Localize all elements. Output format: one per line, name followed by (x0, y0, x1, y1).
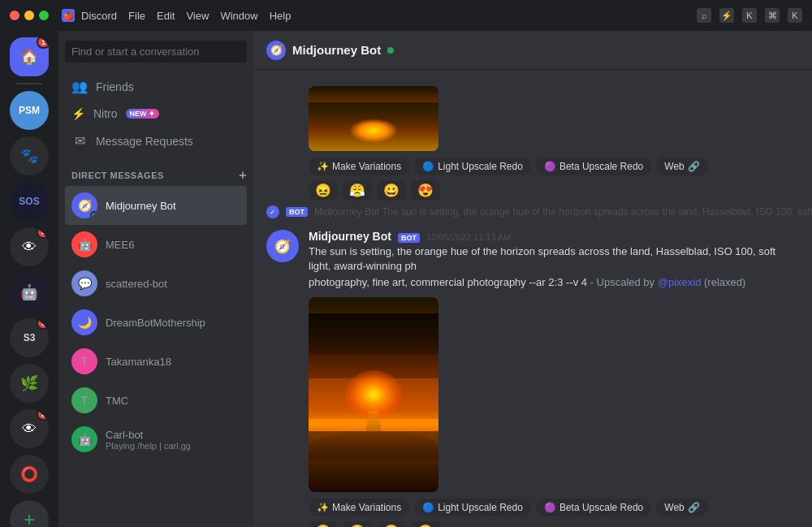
light-upscale-btn-1[interactable]: 🔵 Light Upscale Redo (414, 158, 531, 175)
server-s3[interactable]: S3 3 (10, 318, 49, 357)
msg1-action-buttons: ✨ Make Variations 🔵 Light Upscale Redo 🟣… (309, 158, 799, 175)
emoji-heart-eyes-3[interactable]: 😍 (411, 521, 440, 527)
dreambot-name-wrapper: DreamBotMothership (106, 317, 205, 329)
tmc-name: TMC (106, 395, 128, 407)
chat-header-avatar: 🧭 (266, 41, 286, 60)
dm-sidebar: 👥 Friends ⚡ Nitro NEW ✦ ✉ Message Reques… (58, 31, 253, 527)
emoji-rage-3[interactable]: 😤 (343, 521, 372, 527)
msg3-timestamp: 12/05/2022 11:13 AM (426, 232, 512, 242)
maximize-button[interactable] (39, 11, 49, 20)
dm-section-title: DIRECT MESSAGES (71, 171, 164, 180)
takamanka-name: Takamanka18 (106, 356, 171, 368)
server-psm[interactable]: PSM (10, 91, 49, 130)
light-upscale-btn-3[interactable]: 🔵 Light Upscale Redo (414, 499, 531, 516)
dm-item-tmc[interactable]: T TMC (65, 381, 247, 420)
takamanka-avatar: T (71, 348, 97, 374)
make-variations-btn-3[interactable]: ✨ Make Variations (309, 499, 409, 516)
nav-nitro[interactable]: ⚡ Nitro NEW ✦ (65, 101, 247, 127)
system-message: ✓ BOT Midjourney Bot The sun is setting,… (253, 204, 812, 220)
online-status-dot (387, 47, 394, 54)
midjourney-name: Midjourney Bot (106, 200, 176, 212)
emoji-heart-eyes-1[interactable]: 😍 (411, 180, 440, 201)
nav-friends[interactable]: 👥 Friends (65, 72, 247, 101)
eye2-badge: 2 (37, 409, 49, 421)
dm-nav: 👥 Friends ⚡ Nitro NEW ✦ ✉ Message Reques… (58, 72, 253, 155)
server-leaf[interactable]: 🌿 (10, 364, 49, 403)
msg3-image (309, 297, 438, 492)
dm-item-mee6[interactable]: 🤖 MEE6 (65, 225, 247, 264)
close-button[interactable] (10, 11, 19, 20)
menu-discord[interactable]: Discord (81, 10, 117, 22)
make-variations-label-3: Make Variations (332, 502, 401, 513)
midjourney-avatar: 🧭 (71, 192, 97, 218)
takamanka-name-wrapper: Takamanka18 (106, 356, 171, 368)
msg3-header: Midjourney Bot BOT 12/05/2022 11:13 AM (309, 230, 799, 243)
menu-help[interactable]: Help (270, 10, 292, 22)
server-sos[interactable]: SOS (10, 182, 49, 221)
arrow-icon[interactable]: ⚡ (719, 8, 734, 23)
k2-icon[interactable]: K (788, 8, 802, 23)
server-home[interactable]: 🏠 1 (10, 37, 49, 76)
search-icon[interactable]: ⌕ (697, 8, 711, 23)
nav-message-requests[interactable]: ✉ Message Requests (65, 127, 247, 155)
emoji-rage-1[interactable]: 😤 (343, 180, 372, 201)
system-text: Midjourney Bot The sun is setting, the o… (314, 206, 812, 218)
menu-window[interactable]: Window (220, 10, 257, 22)
message-group-1: ✨ Make Variations 🔵 Light Upscale Redo 🟣… (253, 83, 812, 204)
minimize-button[interactable] (24, 11, 34, 20)
dm-list: 🧭 Midjourney Bot 🤖 MEE6 💬 scattered-bot (58, 186, 253, 527)
emoji-frustrated-1[interactable]: 😖 (309, 180, 338, 201)
msg1-image (309, 86, 438, 151)
message-requests-icon: ✉ (71, 133, 88, 149)
blue-dot-icon-1: 🔵 (422, 161, 434, 172)
server-animal[interactable]: 🐾 (10, 136, 49, 175)
sunset-glow-1 (349, 119, 398, 143)
emoji-frustrated-3[interactable]: 😖 (309, 521, 338, 527)
cmd-icon[interactable]: ⌘ (765, 8, 780, 23)
menu-edit[interactable]: Edit (157, 10, 175, 22)
apple-icon: 🍎 (62, 9, 75, 22)
scattered-name-wrapper: scattered-bot (106, 278, 167, 290)
friends-icon: 👥 (71, 79, 88, 94)
purple-dot-icon-1: 🟣 (544, 161, 556, 172)
relaxed-text: (relaxed) (704, 276, 745, 288)
search-input[interactable] (65, 41, 247, 63)
add-server-button[interactable]: + (10, 500, 49, 527)
add-dm-icon[interactable]: + (239, 168, 247, 183)
purple-dot-icon-3: 🟣 (544, 502, 556, 513)
carlbot-avatar: 🤖 (71, 426, 97, 452)
web-btn-1[interactable]: Web 🔗 (656, 158, 707, 175)
beta-upscale-label-3: Beta Upscale Redo (559, 502, 643, 513)
discord-logo: 🏠 (20, 48, 38, 66)
emoji-smile-1[interactable]: 😀 (377, 180, 406, 201)
dm-item-scattered[interactable]: 💬 scattered-bot (65, 264, 247, 303)
mee6-avatar: 🤖 (71, 231, 97, 257)
beta-upscale-btn-1[interactable]: 🟣 Beta Upscale Redo (536, 158, 651, 175)
mee6-name-wrapper: MEE6 (106, 239, 134, 251)
dm-section-header: DIRECT MESSAGES + (58, 155, 253, 186)
web-btn-3[interactable]: Web 🔗 (656, 499, 707, 516)
dm-item-carlbot[interactable]: 🤖 Carl-bot Playing /help | carl.gg (65, 420, 247, 459)
msg1-emoji-row: 😖 😤 😀 😍 (309, 180, 799, 201)
beta-upscale-btn-3[interactable]: 🟣 Beta Upscale Redo (536, 499, 651, 516)
dm-item-dreambot[interactable]: 🌙 DreamBotMothership (65, 303, 247, 342)
tmc-name-wrapper: TMC (106, 395, 128, 407)
msg3-text: The sun is setting, the orange hue of th… (309, 244, 799, 274)
emoji-smile-3[interactable]: 😀 (377, 521, 406, 527)
server-eye2[interactable]: 👁 2 (10, 409, 49, 448)
link-icon-1: 🔗 (688, 161, 700, 172)
dm-item-takamanka[interactable]: T Takamanka18 (65, 342, 247, 381)
menu-file[interactable]: File (128, 10, 145, 22)
make-variations-btn-1[interactable]: ✨ Make Variations (309, 158, 409, 175)
server-eye[interactable]: 👁 4 (10, 227, 49, 266)
bot-badge-msg3: BOT (398, 233, 420, 243)
dm-item-midjourney[interactable]: 🧭 Midjourney Bot (65, 186, 247, 225)
chat-header: 🧭 Midjourney Bot (253, 31, 812, 70)
nitro-badge: NEW ✦ (126, 109, 160, 119)
chat-messages[interactable]: ✨ Make Variations 🔵 Light Upscale Redo 🟣… (253, 70, 812, 527)
server-ai[interactable]: 🤖 (10, 273, 49, 312)
k1-icon[interactable]: K (742, 8, 757, 23)
menu-view[interactable]: View (186, 10, 209, 22)
msg3-content: Midjourney Bot BOT 12/05/2022 11:13 AM T… (309, 230, 799, 527)
server-circle[interactable]: ⭕ (10, 455, 49, 494)
